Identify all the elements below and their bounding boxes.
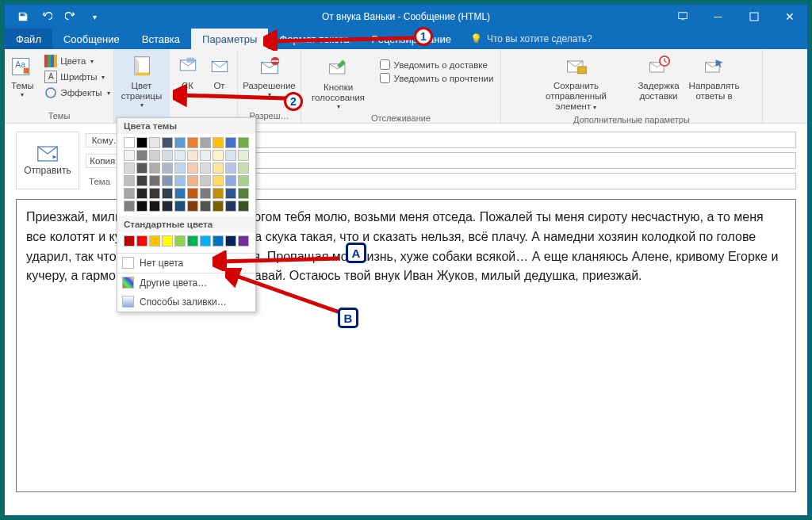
color-swatch[interactable]	[124, 188, 135, 199]
color-swatch[interactable]	[200, 162, 211, 174]
color-swatch[interactable]	[187, 150, 198, 161]
ribbon-options-icon[interactable]	[665, 6, 700, 28]
theme-effects-button[interactable]: Эффекты▾	[41, 86, 113, 100]
no-color-item[interactable]: Нет цвета	[117, 254, 255, 273]
color-swatch[interactable]	[124, 137, 135, 148]
color-swatch[interactable]	[238, 188, 249, 199]
tell-me-box[interactable]: 💡 Что вы хотите сделать?	[470, 29, 592, 49]
color-swatch[interactable]	[174, 175, 186, 186]
color-swatch[interactable]	[187, 162, 198, 174]
more-colors-item[interactable]: Другие цвета…	[117, 273, 255, 292]
color-swatch[interactable]	[200, 188, 211, 199]
color-swatch[interactable]	[200, 175, 211, 186]
color-swatch[interactable]	[200, 235, 211, 247]
voting-buttons-button[interactable]: Кнопки голосования ▾	[307, 54, 370, 113]
theme-colors-button[interactable]: Цвета▾	[41, 54, 113, 68]
color-swatch[interactable]	[238, 137, 249, 148]
color-swatch[interactable]	[225, 162, 236, 174]
color-swatch[interactable]	[187, 235, 198, 247]
color-swatch[interactable]	[149, 150, 160, 161]
color-swatch[interactable]	[174, 150, 186, 161]
tab-insert[interactable]: Вставка	[131, 29, 191, 49]
color-swatch[interactable]	[149, 188, 160, 199]
direct-replies-button[interactable]: Направлять ответы в	[686, 52, 743, 103]
close-icon[interactable]: ✕	[772, 6, 807, 28]
tab-review[interactable]: Рецензирование	[361, 29, 462, 49]
color-swatch[interactable]	[213, 188, 224, 199]
page-color-button[interactable]: Цвет страницы ▾	[117, 52, 167, 111]
color-swatch[interactable]	[187, 137, 198, 148]
color-swatch[interactable]	[162, 201, 173, 212]
color-swatch[interactable]	[225, 137, 236, 148]
theme-fonts-button[interactable]: AШрифты▾	[41, 70, 113, 84]
color-swatch[interactable]	[174, 188, 186, 199]
color-swatch[interactable]	[149, 235, 160, 247]
color-swatch[interactable]	[238, 162, 249, 174]
color-swatch[interactable]	[187, 175, 198, 186]
color-swatch[interactable]	[174, 137, 186, 148]
save-icon[interactable]	[11, 6, 35, 28]
color-swatch[interactable]	[225, 188, 236, 199]
color-swatch[interactable]	[174, 235, 186, 247]
color-swatch[interactable]	[124, 175, 135, 186]
color-swatch[interactable]	[225, 150, 236, 161]
color-swatch[interactable]	[225, 235, 236, 247]
undo-icon[interactable]	[35, 6, 59, 28]
color-swatch[interactable]	[124, 150, 135, 161]
color-swatch[interactable]	[149, 201, 160, 212]
delay-delivery-button[interactable]: Задержка доставки	[634, 52, 684, 103]
color-swatch[interactable]	[162, 188, 173, 199]
color-swatch[interactable]	[238, 235, 249, 247]
color-swatch[interactable]	[162, 162, 173, 174]
delivery-receipt-checkbox[interactable]: Уведомить о доставке	[378, 59, 496, 71]
tab-message[interactable]: Сообщение	[52, 29, 131, 49]
redo-icon[interactable]	[59, 6, 82, 28]
color-swatch[interactable]	[213, 162, 224, 174]
tab-format-text[interactable]: Формат текста	[268, 29, 360, 49]
color-swatch[interactable]	[136, 188, 147, 199]
color-swatch[interactable]	[136, 150, 147, 161]
color-swatch[interactable]	[136, 162, 147, 174]
from-button[interactable]: От	[205, 52, 235, 93]
fill-effects-item[interactable]: Способы заливки…	[117, 292, 255, 312]
color-swatch[interactable]	[238, 150, 249, 161]
color-swatch[interactable]	[200, 137, 211, 148]
color-swatch[interactable]	[136, 175, 147, 186]
color-swatch[interactable]	[225, 201, 236, 212]
color-swatch[interactable]	[136, 235, 147, 247]
color-swatch[interactable]	[149, 162, 160, 174]
color-swatch[interactable]	[213, 235, 224, 247]
tab-options[interactable]: Параметры	[191, 29, 268, 49]
bcc-button[interactable]: СК	[173, 52, 203, 93]
color-swatch[interactable]	[200, 150, 211, 161]
send-button[interactable]: Отправить	[16, 132, 79, 189]
color-swatch[interactable]	[213, 137, 224, 148]
color-swatch[interactable]	[225, 175, 236, 186]
color-swatch[interactable]	[174, 201, 186, 212]
color-swatch[interactable]	[174, 162, 186, 174]
color-swatch[interactable]	[238, 201, 249, 212]
color-swatch[interactable]	[213, 150, 224, 161]
read-receipt-checkbox[interactable]: Уведомить о прочтении	[378, 72, 496, 84]
qat-more-icon[interactable]: ▾	[82, 6, 106, 28]
color-swatch[interactable]	[162, 235, 173, 247]
color-swatch[interactable]	[187, 188, 198, 199]
maximize-icon[interactable]	[736, 6, 772, 28]
tab-file[interactable]: Файл	[5, 29, 52, 49]
color-swatch[interactable]	[162, 150, 173, 161]
color-swatch[interactable]	[162, 137, 173, 148]
color-swatch[interactable]	[200, 201, 211, 212]
themes-button[interactable]: Aa Темы ▾	[5, 52, 40, 100]
color-swatch[interactable]	[136, 137, 147, 148]
color-swatch[interactable]	[124, 201, 135, 212]
permission-button[interactable]: Разрешение ▾	[241, 52, 298, 100]
color-swatch[interactable]	[149, 175, 160, 186]
save-sent-button[interactable]: Сохранить отправленный элемент ▾	[521, 52, 632, 114]
color-swatch[interactable]	[238, 175, 249, 186]
color-swatch[interactable]	[187, 201, 198, 212]
minimize-icon[interactable]: ─	[700, 6, 736, 28]
color-swatch[interactable]	[149, 137, 160, 148]
color-swatch[interactable]	[136, 201, 147, 212]
color-swatch[interactable]	[213, 201, 224, 212]
color-swatch[interactable]	[213, 175, 224, 186]
